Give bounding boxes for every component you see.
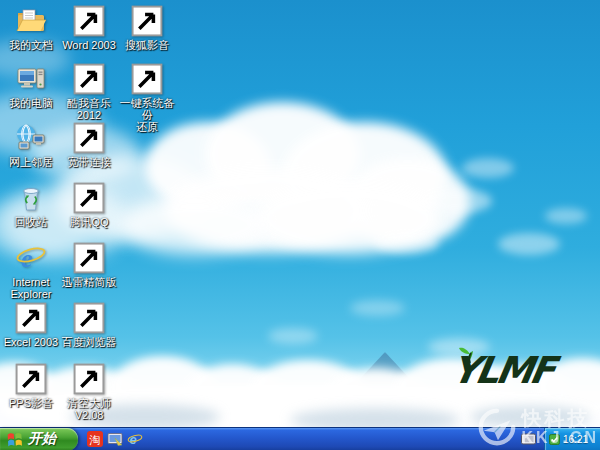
desktop-icon-label: 网上邻居 — [2, 156, 60, 168]
windows-flag-icon — [7, 431, 24, 448]
svg-text:淘: 淘 — [89, 434, 101, 446]
sohu-video-icon — [131, 5, 163, 37]
xunlei-lite-icon — [73, 242, 105, 274]
my-computer-icon — [15, 63, 47, 95]
shortcut-arrow-icon — [15, 363, 47, 395]
qingkong-master-icon — [73, 363, 105, 395]
desktop-icon-label: 腾讯QQ — [60, 216, 118, 228]
baidu-browser-icon — [73, 302, 105, 334]
desktop-icon-label: 我的电脑 — [2, 97, 60, 109]
desktop-icon-label: 我的文档 — [2, 39, 60, 51]
desktop-icon-label: 搜狐影音 — [118, 39, 176, 51]
shortcut-arrow-icon — [73, 5, 105, 37]
paper-plane-icon — [476, 406, 518, 448]
desktop-icon-label: 清空大师 V2.08 — [60, 397, 118, 421]
desktop-icon-recycle-bin[interactable]: 回收站 — [2, 182, 60, 228]
desktop-icon-label: Word 2003 — [60, 39, 118, 51]
desktop-icon-xunlei-lite[interactable]: 迅雷精简版 — [60, 242, 118, 288]
shortcut-arrow-icon — [131, 5, 163, 37]
desktop-icon-qingkong-master[interactable]: 清空大师 V2.08 — [60, 363, 118, 421]
quicklaunch-show-desktop-icon[interactable] — [107, 431, 123, 447]
desktop-icon-internet-explorer[interactable]: eInternet Explorer — [2, 242, 60, 300]
desktop-icon-my-documents[interactable]: 我的文档 — [2, 5, 60, 51]
desktop-icon-word-2003[interactable]: WWord 2003 — [60, 5, 118, 51]
desktop-icon-label: Internet Explorer — [2, 276, 60, 300]
shortcut-arrow-icon — [73, 242, 105, 274]
quicklaunch-ie-quicklaunch-icon[interactable]: e — [127, 431, 143, 447]
desktop-icon-baidu-browser[interactable]: 百度浏览器 — [60, 302, 118, 348]
desktop-icon-kuwo-music[interactable]: KK酷我音乐 2012 — [60, 63, 118, 121]
kkj-title: 快科技 — [521, 408, 599, 429]
desktop-icon-excel-2003[interactable]: XExcel 2003 — [2, 302, 60, 348]
shortcut-arrow-icon — [73, 302, 105, 334]
start-button-label: 开始 — [28, 430, 56, 448]
svg-text:e: e — [21, 244, 33, 273]
desktop-icon-my-computer[interactable]: 我的电脑 — [2, 63, 60, 109]
internet-explorer-icon: e — [15, 242, 47, 274]
start-button[interactable]: 开始 — [0, 428, 78, 450]
desktop-icon-label: 百度浏览器 — [60, 336, 118, 348]
shortcut-arrow-icon — [15, 302, 47, 334]
desktop-icon-label: 回收站 — [2, 216, 60, 228]
kuwo-music-icon: KK — [73, 63, 105, 95]
tencent-qq-icon — [73, 182, 105, 214]
broadband-connection-icon — [73, 122, 105, 154]
desktop-icon-label: Excel 2003 — [2, 336, 60, 348]
quicklaunch-taobao-icon[interactable]: 淘 — [87, 431, 103, 447]
ylmf-watermark: YLMF — [452, 352, 552, 390]
desktop-icon-label: 宽带连接 — [60, 156, 118, 168]
ylmf-logo-text: YLMF — [449, 352, 556, 390]
my-documents-icon — [15, 5, 47, 37]
desktop-icon-broadband-connection[interactable]: 宽带连接 — [60, 122, 118, 168]
kkj-watermark: 快科技 KKJ.CN — [476, 406, 599, 448]
desktop-icon-label: 酷我音乐 2012 — [60, 97, 118, 121]
desktop-icon-network-places[interactable]: 网上邻居 — [2, 122, 60, 168]
quick-launch-bar: 淘e — [87, 431, 143, 447]
svg-text:e: e — [130, 432, 137, 447]
desktop-icon-onekey-backup[interactable]: 一键系统备份 还原 — [118, 63, 176, 133]
shortcut-arrow-icon — [73, 182, 105, 214]
shortcut-arrow-icon — [131, 63, 163, 95]
desktop: 我的文档我的电脑网上邻居回收站eInternet ExplorerXExcel … — [0, 0, 600, 450]
onekey-backup-icon — [131, 63, 163, 95]
recycle-bin-icon — [15, 182, 47, 214]
network-places-icon — [15, 122, 47, 154]
shortcut-arrow-icon — [73, 122, 105, 154]
kkj-domain: KKJ.CN — [521, 429, 599, 446]
excel-2003-icon: X — [15, 302, 47, 334]
desktop-icon-label: PPS影音 — [2, 397, 60, 409]
desktop-icon-sohu-video[interactable]: 搜狐影音 — [118, 5, 176, 51]
word-2003-icon: W — [73, 5, 105, 37]
desktop-icon-label: 迅雷精简版 — [60, 276, 118, 288]
shortcut-arrow-icon — [73, 63, 105, 95]
pps-video-icon — [15, 363, 47, 395]
desktop-icon-label: 一键系统备份 还原 — [118, 97, 176, 133]
shortcut-arrow-icon — [73, 363, 105, 395]
desktop-icon-tencent-qq[interactable]: 腾讯QQ — [60, 182, 118, 228]
desktop-icon-pps-video[interactable]: PPS影音 — [2, 363, 60, 409]
